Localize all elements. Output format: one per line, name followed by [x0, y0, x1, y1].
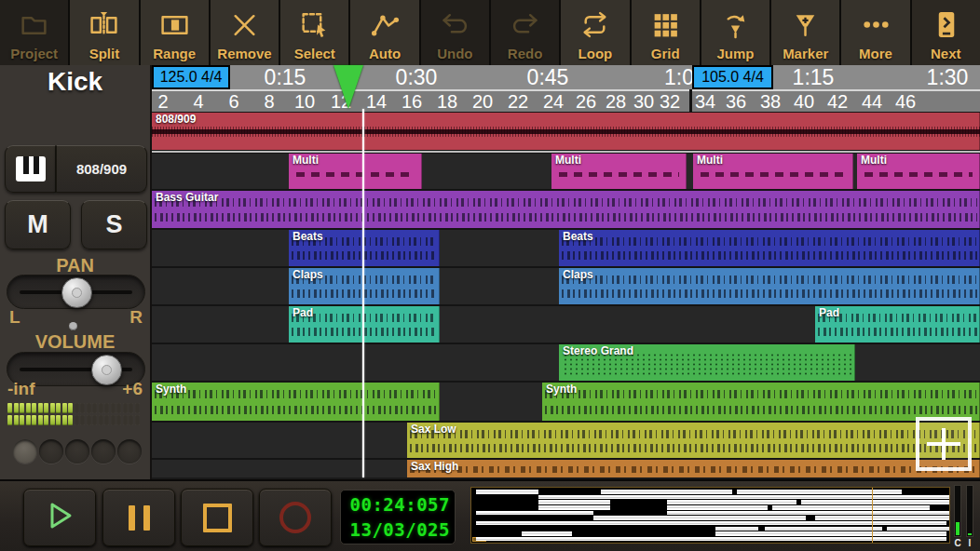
clip-multi[interactable]: Multi: [693, 154, 853, 189]
playhead-line: [362, 109, 364, 477]
pan-left-label: L: [9, 307, 20, 328]
pan-knob[interactable]: [61, 277, 92, 308]
volume-min-label: -inf: [7, 379, 35, 399]
waveform-pattern: [152, 383, 440, 421]
clip-beats[interactable]: Beats: [289, 230, 440, 266]
overview-track-bar: [601, 490, 732, 494]
volume-knob[interactable]: [91, 355, 122, 385]
toolbar-button-remove[interactable]: Remove: [211, 0, 279, 65]
page-dot[interactable]: [13, 439, 37, 464]
toolbar-button-split[interactable]: Split: [70, 0, 138, 65]
pan-slider[interactable]: [7, 275, 145, 309]
clip-sax-high[interactable]: Sax High: [407, 460, 980, 477]
project-overview[interactable]: [470, 487, 950, 544]
meter-segment: [26, 403, 31, 413]
waveform-pattern: [152, 191, 980, 228]
clip-multi[interactable]: Multi: [857, 154, 980, 189]
clip-pad[interactable]: Pad: [815, 306, 980, 343]
bar-number: 46: [895, 91, 916, 112]
overview-track-bar: [538, 505, 610, 510]
toolbar-button-select[interactable]: Select: [280, 0, 348, 65]
toolbar-button-redo[interactable]: Redo: [491, 0, 559, 65]
meter-segment: [50, 403, 55, 413]
patch-select-button[interactable]: 808/909: [56, 145, 147, 193]
meter-segment: [38, 415, 43, 425]
toolbar-button-marker[interactable]: Marker: [771, 0, 839, 65]
track-lane-808-909: 808/909: [152, 113, 980, 150]
toolbar-button-range[interactable]: Range: [141, 0, 209, 65]
loop-icon: [578, 4, 611, 45]
clip-claps[interactable]: Claps: [559, 268, 980, 304]
track-lane-multi: MultiMultiMultiMulti: [152, 154, 980, 189]
meter-segment: [116, 403, 121, 413]
clip-sax-low[interactable]: Sax Low: [407, 423, 980, 458]
meter-segment: [129, 415, 133, 425]
time-label: 1:30: [927, 65, 969, 89]
tempo-marker[interactable]: 105.0 4/4: [692, 65, 773, 89]
meter-segment: [104, 415, 109, 425]
clip-multi[interactable]: Multi: [289, 154, 422, 189]
clip-beats[interactable]: Beats: [559, 230, 980, 266]
time-display-date: 13/03/025: [341, 517, 450, 543]
pause-button[interactable]: [102, 489, 175, 546]
timeline-bars-ruler[interactable]: 2468101214161820222426283032343638404244…: [152, 91, 980, 112]
undo-icon: [439, 4, 471, 45]
redo-icon: [509, 4, 541, 45]
bar-number: 6: [228, 91, 238, 112]
bar-number: 26: [576, 91, 596, 112]
playhead-handle[interactable]: [333, 65, 363, 109]
clip-808-909[interactable]: 808/909: [152, 113, 980, 150]
toolbar-button-project[interactable]: Project: [0, 0, 68, 65]
toolbar-button-jump[interactable]: Jump: [701, 0, 769, 65]
page-dot[interactable]: [91, 439, 116, 464]
clip-synth[interactable]: Synth: [152, 383, 440, 421]
page-dot[interactable]: [117, 439, 142, 464]
waveform-pattern: [152, 113, 980, 150]
clip-claps[interactable]: Claps: [289, 268, 440, 304]
mute-button[interactable]: M: [5, 200, 71, 249]
meter-segment: [87, 415, 91, 425]
meter-segment: [80, 403, 85, 413]
meter-segment: [62, 415, 67, 425]
plus-icon: [942, 428, 946, 460]
toolbar-button-grid[interactable]: Grid: [632, 0, 700, 65]
time-label: 0:15: [265, 65, 306, 89]
automation-icon: [369, 4, 402, 45]
stop-button[interactable]: [181, 489, 253, 546]
solo-button[interactable]: S: [81, 200, 147, 249]
meter-segment: [111, 403, 116, 413]
track-lane-claps: ClapsClaps: [152, 268, 980, 304]
clip-synth[interactable]: Synth: [542, 383, 980, 421]
toolbar-button-label: Project: [10, 45, 58, 63]
track-lane-stereo-grand: Stereo Grand: [152, 344, 980, 381]
add-clip-button[interactable]: [916, 417, 972, 471]
play-button[interactable]: [23, 489, 96, 546]
toolbar-button-loop[interactable]: Loop: [561, 0, 629, 65]
bar-number: 32: [660, 91, 680, 112]
toolbar-button-undo[interactable]: Undo: [421, 0, 489, 65]
page-dot[interactable]: [65, 439, 89, 464]
timeline-seconds-ruler[interactable]: 0:150:300:451:01:151:30125.0 4/4105.0 4/…: [152, 65, 980, 91]
tempo-marker[interactable]: 125.0 4/4: [152, 65, 230, 89]
timeline-ruler[interactable]: 0:150:300:451:01:151:30125.0 4/4105.0 4/…: [152, 65, 980, 112]
toolbar-button-more[interactable]: More: [841, 0, 909, 65]
clip-multi[interactable]: Multi: [551, 154, 687, 189]
meter-segment: [92, 415, 97, 425]
overview-track-bar: [538, 495, 949, 500]
clip-bass-guitar[interactable]: Bass Guitar: [152, 191, 980, 228]
instrument-button[interactable]: [5, 145, 56, 193]
toolbar-button-next[interactable]: Next: [912, 0, 980, 65]
record-button[interactable]: [259, 489, 332, 546]
channel-meter-fill: [968, 533, 972, 535]
clip-label: Sax High: [411, 460, 458, 473]
clip-pad[interactable]: Pad: [289, 306, 440, 343]
waveform-pattern: [559, 230, 980, 266]
bar-number: 2: [157, 91, 168, 112]
arrangement-area[interactable]: 808/909MultiMultiMultiMultiBass GuitarBe…: [152, 112, 980, 477]
clip-label: Multi: [861, 154, 887, 167]
page-dot[interactable]: [39, 439, 63, 464]
clip-stereo-grand[interactable]: Stereo Grand: [559, 344, 855, 381]
toolbar-button-auto[interactable]: Auto: [350, 0, 418, 65]
track-lane-pad: PadPad: [152, 306, 980, 343]
track-lane-synth: SynthSynth: [152, 383, 980, 421]
